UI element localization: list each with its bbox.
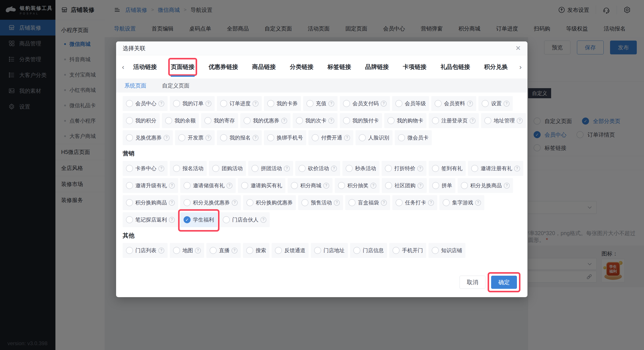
link-option-chip[interactable]: 邀请购买有礼 [238,178,286,193]
link-option-chip[interactable]: 人脸识别 [356,130,392,145]
link-option-chip[interactable]: 我的卡券 [264,96,301,111]
link-option-chip[interactable]: 积分换购优惠券 [243,195,296,210]
subtab-system-pages[interactable]: 系统页面 [124,82,146,89]
link-option-chip[interactable]: 邀请升级有礼 [123,178,178,193]
link-option-chip[interactable]: 搜索 [243,243,270,258]
help-question-icon[interactable] [428,200,434,206]
link-option-chip[interactable]: 笔记探店返利 [123,212,178,227]
link-option-chip[interactable]: 手机开门 [389,243,426,258]
link-option-chip[interactable]: 门店列表 [123,243,168,258]
link-option-chip[interactable]: 我的余额 [162,113,199,128]
link-option-chip[interactable]: 反馈通道 [272,243,309,258]
help-question-icon[interactable] [158,248,164,254]
link-option-chip[interactable]: 社区团购 [382,178,427,193]
link-option-chip[interactable]: 会员支付码 [340,96,390,111]
link-option-chip[interactable]: 订单进度 [217,96,262,111]
link-option-chip[interactable]: 我的寄存 [201,113,238,128]
subtab-custom-pages[interactable]: 自定义页面 [162,82,190,89]
help-question-icon[interactable] [206,135,212,141]
link-option-chip[interactable]: 会员资料 [431,96,476,111]
help-question-icon[interactable] [323,183,329,189]
help-question-icon[interactable] [169,217,175,223]
help-question-icon[interactable] [328,118,334,124]
link-option-chip[interactable]: 卡券中心 [123,161,168,176]
link-option-chip[interactable]: 我的预付卡 [340,113,382,128]
help-question-icon[interactable] [158,101,164,107]
help-question-icon[interactable] [164,135,170,141]
modal-tab-page-link[interactable]: 页面链接 [171,59,194,75]
link-option-chip[interactable]: 兑换优惠券 [123,130,173,145]
link-option-chip[interactable]: 换绑手机号 [264,130,306,145]
help-question-icon[interactable] [418,183,424,189]
close-icon[interactable] [516,45,521,52]
link-option-chip[interactable]: 拼单 [429,178,456,193]
link-option-chip[interactable]: 学生福利 [180,212,217,227]
help-question-icon[interactable] [467,101,473,107]
modal-tab-points-exchange[interactable]: 积分兑换 [484,59,508,75]
link-option-chip[interactable]: 盲盒福袋 [345,195,390,210]
link-option-chip[interactable]: 地图 [170,243,204,258]
help-question-icon[interactable] [232,200,238,206]
help-question-icon[interactable] [517,118,523,124]
help-question-icon[interactable] [206,101,212,107]
link-option-chip[interactable]: 集字游戏 [440,195,484,210]
link-option-chip[interactable]: 拼团活动 [248,161,293,176]
link-option-chip[interactable]: 知识店铺 [428,243,466,258]
link-option-chip[interactable]: 我的报名 [217,130,262,145]
help-question-icon[interactable] [514,165,520,171]
help-question-icon[interactable] [195,248,201,254]
modal-tab-product-link[interactable]: 商品链接 [252,59,276,75]
modal-tab-activity-link[interactable]: 活动链接 [133,59,157,75]
link-option-chip[interactable]: 预售活动 [298,195,343,210]
link-option-chip[interactable]: 打折特价 [382,161,426,176]
link-option-chip[interactable]: 注册登录页 [429,113,479,128]
modal-tab-brand-link[interactable]: 品牌链接 [365,59,389,75]
help-question-icon[interactable] [370,183,376,189]
help-question-icon[interactable] [331,165,337,171]
link-option-chip[interactable]: 邀请注册有礼 [468,161,523,176]
link-option-chip[interactable]: 会员中心 [123,96,168,111]
link-option-chip[interactable]: 积分兑换商品 [458,178,513,193]
link-option-chip[interactable]: 充值 [303,96,338,111]
help-question-icon[interactable] [169,183,175,189]
help-question-icon[interactable] [334,200,340,206]
link-option-chip[interactable]: 邀请储值有礼 [180,178,236,193]
link-option-chip[interactable]: 门店信息 [350,243,387,258]
tabs-scroll-right-icon[interactable] [516,63,524,71]
link-option-chip[interactable]: 我的订单 [170,96,215,111]
tabs-scroll-left-icon[interactable] [119,63,127,71]
link-option-chip[interactable]: 地址管理 [481,113,526,128]
help-question-icon[interactable] [169,200,175,206]
help-question-icon[interactable] [475,200,481,206]
link-option-chip[interactable]: 我的购物卡 [384,113,426,128]
link-option-chip[interactable]: 团购活动 [209,161,246,176]
help-question-icon[interactable] [417,165,423,171]
link-option-chip[interactable]: 我的积分 [123,113,160,128]
link-option-chip[interactable]: 开发票 [175,130,215,145]
help-question-icon[interactable] [226,183,232,189]
link-option-chip[interactable]: 我的次卡 [293,113,338,128]
link-option-chip[interactable]: 积分换购商品 [123,195,178,210]
help-question-icon[interactable] [284,165,290,171]
help-question-icon[interactable] [504,101,510,107]
link-option-chip[interactable]: 设置 [478,96,513,111]
link-option-chip[interactable]: 门店地址 [311,243,348,258]
link-option-chip[interactable]: 砍价活动 [295,161,340,176]
link-option-chip[interactable]: 签到有礼 [429,161,466,176]
cancel-button[interactable]: 取消 [460,276,486,289]
help-question-icon[interactable] [260,217,266,223]
help-question-icon[interactable] [470,118,476,124]
help-question-icon[interactable] [252,101,258,107]
link-option-chip[interactable]: 秒杀活动 [342,161,380,176]
modal-tab-card-item-link[interactable]: 卡项链接 [403,59,426,75]
link-option-chip[interactable]: 微会员卡 [395,130,432,145]
help-question-icon[interactable] [281,118,287,124]
link-option-chip[interactable]: 积分兑换优惠券 [180,195,241,210]
link-option-chip[interactable]: 会员等级 [392,96,429,111]
modal-tab-coupon-link[interactable]: 优惠券链接 [208,59,238,75]
modal-tab-category-link[interactable]: 分类链接 [290,59,314,75]
link-option-chip[interactable]: 付费开通 [308,130,353,145]
help-question-icon[interactable] [504,183,510,189]
help-question-icon[interactable] [232,248,238,254]
help-question-icon[interactable] [328,101,334,107]
